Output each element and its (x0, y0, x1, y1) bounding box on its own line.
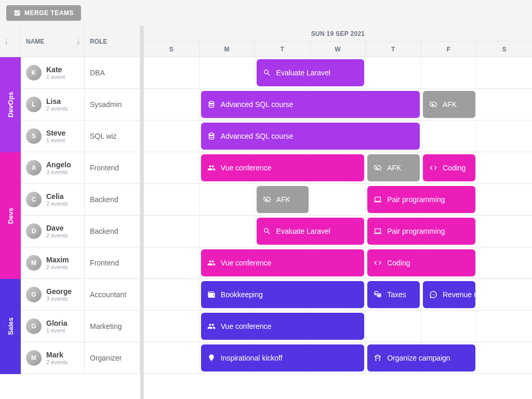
person-row[interactable]: KKate1 eventDBA (21, 57, 140, 89)
code-icon (429, 164, 437, 172)
dow-cell[interactable]: S (476, 42, 532, 57)
person-row[interactable]: MMark2 eventsOrganizer (21, 342, 140, 374)
event-bar[interactable]: Coding (367, 249, 475, 276)
events-layer: Evaluate LaravelAdvanced SQL courseAFKAd… (144, 57, 532, 399)
event-label: Advanced SQL course (221, 132, 294, 140)
users-icon (207, 164, 216, 172)
person-cell: AAngelo3 events (21, 152, 85, 183)
event-bar[interactable]: Evaluate Laravel (257, 59, 365, 86)
avatar: S (26, 128, 42, 144)
role-cell: Frontend (85, 152, 140, 183)
event-bar[interactable]: Evaluate Laravel (257, 218, 365, 245)
dow-row: SMTWTFS (144, 42, 532, 57)
name-column-header[interactable]: NAME ↑2 (21, 26, 85, 57)
person-row[interactable]: LLisa2 eventsSysadmin (21, 89, 140, 121)
merge-teams-label: MERGE TEAMS (24, 9, 74, 17)
eyeoff-icon (374, 164, 382, 172)
person-events: 2 events (46, 105, 68, 112)
person-name: Gloria (46, 319, 67, 327)
event-label: Taxes (387, 290, 406, 299)
person-name: Maxim (46, 256, 69, 264)
event-label: Evaluate Laravel (276, 69, 330, 77)
dow-cell[interactable]: S (144, 42, 200, 57)
person-cell: CCelia2 events (21, 184, 85, 215)
person-name: Celia (46, 192, 68, 201)
event-bar[interactable]: Vue conference (201, 154, 364, 181)
person-cell: GGeorge3 events (21, 279, 85, 310)
role-cell: Sysadmin (85, 89, 140, 120)
team-labels: DevOpsDevsSales (0, 57, 21, 399)
event-bar[interactable]: Organize campaign (367, 344, 475, 371)
person-events: 2 events (46, 264, 69, 270)
person-name: George (46, 287, 72, 296)
avatar: M (26, 350, 42, 366)
event-bar[interactable]: Pair programming (367, 218, 475, 245)
event-label: Coding (443, 164, 466, 172)
team-label-devops[interactable]: DevOps (0, 57, 21, 152)
person-cell: GGloria1 event (21, 311, 85, 342)
person-row[interactable]: DDave2 eventsBackend (21, 216, 140, 247)
event-bar[interactable]: AFK (423, 91, 475, 118)
dow-cell[interactable]: F (421, 42, 477, 57)
event-label: Bookkeeping (221, 290, 263, 299)
role-cell: DBA (85, 57, 140, 88)
person-row[interactable]: GGloria1 eventMarketing (21, 311, 140, 342)
timeline-header: SUN 19 SEP 2021 SMTWTFS (144, 26, 532, 57)
person-name: Kate (46, 65, 65, 74)
person-name: Angelo (46, 161, 71, 169)
db-icon (207, 100, 216, 109)
role-cell: SQL wiz (85, 121, 140, 152)
dow-cell[interactable]: T (255, 42, 310, 57)
event-label: Advanced SQL course (221, 100, 294, 109)
event-bar[interactable]: Pair programming (367, 186, 475, 213)
team-label-devs[interactable]: Devs (0, 152, 21, 279)
chat-icon (429, 290, 437, 299)
person-row[interactable]: CCelia2 eventsBackend (21, 184, 140, 216)
person-row[interactable]: AAngelo3 eventsFrontend (21, 152, 140, 184)
person-cell: SSteve1 event (21, 121, 85, 152)
dow-cell[interactable]: T (366, 42, 421, 57)
team-label-sales[interactable]: Sales (0, 279, 21, 374)
avatar: L (26, 97, 42, 112)
event-bar[interactable]: Revenue review (423, 281, 475, 308)
event-bar[interactable]: Advanced SQL course (201, 123, 420, 150)
person-cell: LLisa2 events (21, 89, 85, 120)
event-bar[interactable]: Bookkeeping (201, 281, 364, 308)
event-label: AFK (276, 195, 290, 204)
person-name: Dave (46, 224, 68, 232)
person-events: 2 events (46, 201, 68, 207)
person-row[interactable]: MMaxim2 eventsFrontend (21, 247, 140, 279)
event-bar[interactable]: AFK (257, 186, 309, 213)
role-cell: Marketing (85, 311, 140, 342)
role-column-header[interactable]: ROLE (85, 26, 140, 57)
event-bar[interactable]: Vue conference (201, 313, 364, 340)
role-cell: Accountant (85, 279, 140, 310)
event-bar[interactable]: AFK (367, 154, 420, 181)
role-cell: Backend (85, 216, 140, 247)
person-events: 1 event (46, 327, 67, 334)
event-bar[interactable]: Inspirational kickoff (201, 344, 364, 371)
person-events: 1 event (46, 137, 65, 143)
event-label: Revenue review (443, 290, 475, 299)
person-row[interactable]: GGeorge3 eventsAccountant (21, 279, 140, 311)
dow-cell[interactable]: W (310, 42, 366, 57)
dow-cell[interactable]: M (200, 42, 255, 57)
merge-teams-button[interactable]: MERGE TEAMS (6, 5, 81, 21)
event-label: Vue conference (221, 259, 272, 267)
search-icon (263, 227, 271, 235)
person-row[interactable]: SSteve1 eventSQL wiz (21, 121, 140, 152)
sort-column-header[interactable]: ↑1 (0, 26, 21, 57)
role-cell: Organizer (85, 342, 140, 374)
event-bar[interactable]: Vue conference (201, 249, 364, 276)
person-name: Steve (46, 129, 65, 137)
event-label: AFK (387, 164, 401, 172)
event-bar[interactable]: Advanced SQL course (201, 91, 420, 118)
resource-header: ↑1 NAME ↑2 ROLE (0, 26, 140, 57)
event-bar[interactable]: Taxes (367, 281, 420, 308)
event-label: Evaluate Laravel (276, 227, 330, 235)
db-icon (207, 132, 216, 140)
event-bar[interactable]: Coding (423, 154, 475, 181)
event-label: Pair programming (387, 227, 445, 235)
avatar: C (26, 192, 42, 207)
person-cell: DDave2 events (21, 216, 85, 247)
